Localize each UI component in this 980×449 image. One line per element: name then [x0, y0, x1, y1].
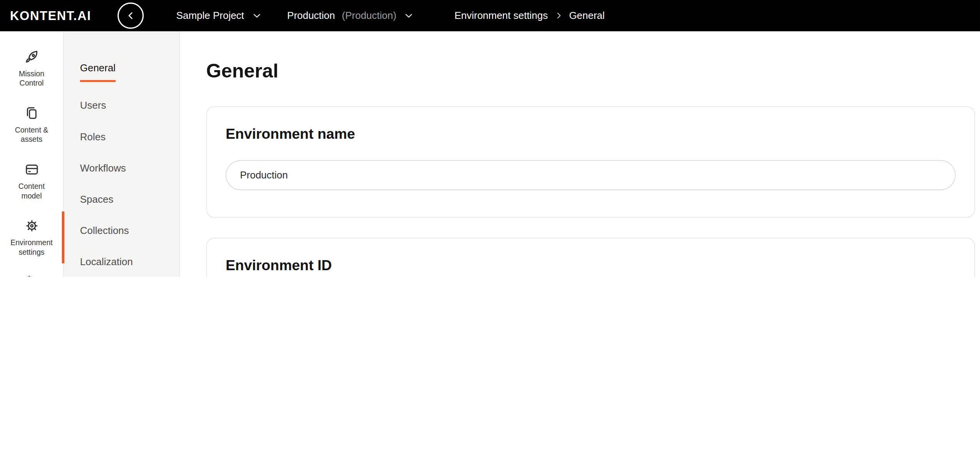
sidebar-item-environment-settings[interactable]: Environment settings — [0, 218, 63, 257]
settings-nav: General Users Roles Workflows Spaces Col… — [64, 31, 180, 277]
settings-nav-localization[interactable]: Localization — [80, 246, 167, 277]
topbar: KONTENT.AI Sample Project Production (Pr… — [0, 0, 980, 31]
chevron-down-icon — [251, 10, 262, 21]
breadcrumb-environment-settings[interactable]: Environment settings — [454, 10, 548, 21]
sidebar-item-label: Environment settings — [8, 238, 55, 257]
settings-nav-general[interactable]: General — [80, 52, 167, 90]
environment-name-input[interactable]: Production — [226, 160, 956, 190]
sidebar-item-label: Mission Control — [8, 69, 55, 88]
gear-icon — [23, 218, 40, 234]
sidebar-item-content-assets[interactable]: Content & assets — [0, 105, 63, 145]
settings-nav-workflows[interactable]: Workflows — [80, 153, 167, 184]
environment-selector-suffix: (Production) — [342, 10, 396, 21]
gears-icon — [23, 274, 40, 277]
environment-name-card: Environment name Production — [206, 106, 975, 218]
page-title: General — [206, 60, 975, 82]
sidebar-item-label: Content model — [8, 182, 55, 201]
kontent-logo: KONTENT.AI — [10, 8, 91, 23]
content-model-icon — [23, 161, 40, 178]
app-window: KONTENT.AI Sample Project Production (Pr… — [0, 0, 980, 277]
sidebar-item-project-settings[interactable]: Project settings — [0, 274, 63, 277]
settings-nav-spaces[interactable]: Spaces — [80, 184, 167, 215]
environment-selector[interactable]: Production (Production) — [287, 10, 415, 21]
documents-icon — [23, 105, 40, 121]
sidebar-item-content-model[interactable]: Content model — [0, 161, 63, 201]
chevron-right-icon — [553, 11, 563, 21]
sidebar-item-label: Content & assets — [8, 126, 55, 145]
project-selector-label: Sample Project — [176, 10, 244, 21]
collapse-menu-button[interactable] — [117, 2, 144, 29]
main-sidebar: Mission Control Content & assets — [0, 31, 64, 277]
project-selector[interactable]: Sample Project — [176, 10, 262, 21]
breadcrumb: Environment settings General — [454, 10, 605, 21]
environment-selector-name: Production — [287, 10, 335, 21]
settings-nav-roles[interactable]: Roles — [80, 121, 167, 153]
environment-id-card: Environment ID Use the environment ID wh… — [206, 238, 975, 277]
environment-name-card-title: Environment name — [226, 126, 956, 143]
breadcrumb-general: General — [569, 10, 605, 21]
main-content: General Environment name Production Envi… — [180, 31, 980, 277]
chevron-down-icon — [403, 10, 414, 21]
settings-nav-users[interactable]: Users — [80, 90, 167, 121]
settings-nav-collections[interactable]: Collections — [80, 215, 167, 246]
environment-id-card-title: Environment ID — [226, 257, 956, 274]
rocket-icon — [23, 49, 40, 65]
app-body: Mission Control Content & assets — [0, 31, 980, 277]
sidebar-item-mission-control[interactable]: Mission Control — [0, 49, 63, 88]
chevron-left-icon — [124, 9, 137, 22]
